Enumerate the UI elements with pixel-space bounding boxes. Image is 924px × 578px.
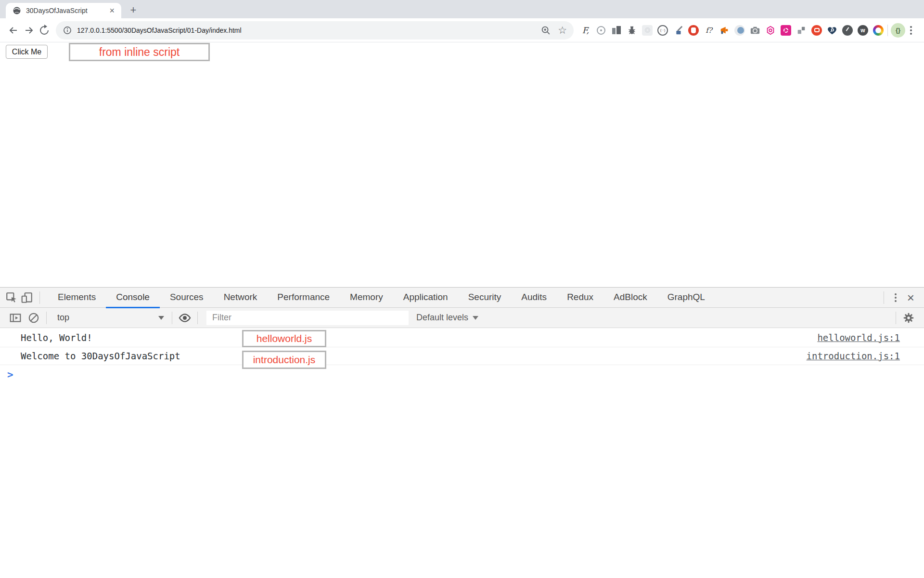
- extensions-row: F, (··) f?: [579, 24, 885, 37]
- tab-sources[interactable]: Sources: [160, 288, 214, 308]
- introduction-annotation-box: introduction.js: [242, 351, 326, 369]
- devtools-tabbar-right: ×: [879, 290, 919, 305]
- tab-elements[interactable]: Elements: [48, 288, 106, 308]
- tab-performance[interactable]: Performance: [267, 288, 340, 308]
- address-bar[interactable]: 127.0.0.1:5500/30DaysOfJavaScript/01-Day…: [56, 21, 574, 39]
- inspect-element-icon[interactable]: [4, 290, 19, 305]
- page-content: Click Me from inline script: [0, 43, 924, 287]
- font-heart-extension-icon[interactable]: [826, 24, 838, 37]
- code-parens-extension-icon[interactable]: (··): [656, 24, 669, 37]
- devtools-tab-bar: Elements Console Sources Network Perform…: [0, 288, 924, 308]
- settings-gear-icon[interactable]: [901, 310, 916, 326]
- reload-icon[interactable]: [37, 23, 52, 38]
- bookmark-star-icon[interactable]: ☆: [558, 25, 567, 35]
- tab-redux[interactable]: Redux: [557, 288, 603, 308]
- tab-adblock[interactable]: AdBlock: [603, 288, 657, 308]
- megaphone-extension-icon[interactable]: [718, 24, 731, 37]
- tab-network[interactable]: Network: [214, 288, 268, 308]
- console-log-row[interactable]: Hello, World! helloworld.js:1: [0, 328, 924, 347]
- url-text[interactable]: 127.0.0.1:5500/30DaysOfJavaScript/01-Day…: [77, 26, 242, 34]
- pink-settings-extension-icon[interactable]: [780, 24, 792, 37]
- new-tab-button[interactable]: +: [126, 3, 141, 17]
- tab-graphql[interactable]: GraphQL: [657, 288, 715, 308]
- console-log-text: Hello, World!: [0, 332, 92, 343]
- devtools-tabs: Elements Console Sources Network Perform…: [48, 288, 715, 308]
- inline-script-box: from inline script: [69, 43, 210, 61]
- log-level-value: Default levels: [416, 313, 468, 323]
- console-prompt-row[interactable]: >: [0, 365, 924, 384]
- fontface-ninja-extension-icon[interactable]: F,: [579, 24, 592, 37]
- adblock-hand-extension-icon[interactable]: [687, 24, 700, 37]
- filter-input[interactable]: [206, 311, 409, 325]
- devtools-separator: [884, 291, 884, 304]
- source-link[interactable]: helloworld.js:1: [817, 332, 924, 343]
- devtools-separator: [39, 291, 40, 304]
- device-toolbar-icon[interactable]: [19, 290, 35, 305]
- onetab-extension-icon[interactable]: [810, 24, 823, 37]
- browser-tab[interactable]: 30DaysOfJavaScript ×: [6, 3, 121, 18]
- live-expression-eye-icon[interactable]: [177, 310, 192, 326]
- console-sidebar-icon[interactable]: [8, 310, 23, 326]
- devtools-panel: Elements Console Sources Network Perform…: [0, 287, 924, 578]
- blocks-extension-icon[interactable]: [795, 24, 808, 37]
- tab-strip: 30DaysOfJavaScript × +: [0, 0, 924, 18]
- devtools-separator: [172, 312, 172, 324]
- profile-avatar[interactable]: {}: [891, 23, 905, 38]
- columns-extension-icon[interactable]: [610, 24, 623, 37]
- browser-window: 30DaysOfJavaScript × + 127.0.0.1:5500/30…: [0, 0, 924, 578]
- tab-title: 30DaysOfJavaScript: [26, 7, 107, 14]
- devtools-menu-icon[interactable]: [889, 290, 902, 305]
- tab-memory[interactable]: Memory: [340, 288, 393, 308]
- clear-console-icon[interactable]: [26, 310, 41, 326]
- console-log-row[interactable]: Welcome to 30DaysOfJavaScript introducti…: [0, 347, 924, 365]
- tab-application[interactable]: Application: [393, 288, 458, 308]
- context-selector[interactable]: top: [51, 313, 167, 323]
- site-favicon-icon: [13, 6, 21, 15]
- helloworld-annotation-box: helloworld.js: [242, 330, 326, 347]
- tab-audits[interactable]: Audits: [511, 288, 557, 308]
- wappalyzer-extension-icon[interactable]: w: [857, 24, 869, 37]
- tab-close-icon[interactable]: ×: [107, 6, 116, 15]
- toolbar-separator: [887, 25, 888, 36]
- forward-icon[interactable]: [21, 23, 37, 38]
- log-level-dropdown[interactable]: Default levels: [416, 313, 478, 323]
- disabled-extension-icon[interactable]: [641, 24, 654, 37]
- context-selector-value: top: [57, 313, 69, 323]
- devtools-close-icon[interactable]: ×: [902, 291, 919, 304]
- console-toolbar: top Default levels: [0, 308, 924, 328]
- click-me-button[interactable]: Click Me: [6, 45, 48, 59]
- tab-security[interactable]: Security: [458, 288, 512, 308]
- pink-flower-extension-icon[interactable]: [764, 24, 777, 37]
- react-devtools-extension-icon[interactable]: [595, 24, 607, 37]
- zoom-icon[interactable]: [540, 25, 551, 36]
- screenshot-camera-extension-icon[interactable]: [749, 24, 761, 37]
- color-ring-extension-icon[interactable]: [872, 24, 885, 37]
- back-icon[interactable]: [6, 23, 21, 38]
- devtools-separator: [197, 312, 198, 324]
- source-link[interactable]: introduction.js:1: [807, 351, 924, 361]
- swirl-extension-icon[interactable]: [733, 24, 746, 37]
- font-question-extension-icon[interactable]: f?: [703, 24, 715, 37]
- colorzilla-extension-icon[interactable]: [672, 24, 684, 37]
- tab-console[interactable]: Console: [106, 288, 160, 308]
- bug-extension-icon[interactable]: [626, 24, 638, 37]
- devtools-separator: [896, 312, 896, 324]
- chevron-down-icon: [158, 316, 164, 320]
- gauge-extension-icon[interactable]: [841, 24, 854, 37]
- console-messages: Hello, World! helloworld.js:1 Welcome to…: [0, 328, 924, 558]
- console-prompt-chevron: >: [0, 369, 13, 381]
- chevron-down-icon: [473, 316, 478, 320]
- console-log-text: Welcome to 30DaysOfJavaScript: [0, 351, 180, 361]
- site-info-icon[interactable]: [63, 26, 72, 35]
- browser-menu-icon[interactable]: [905, 23, 917, 38]
- devtools-separator: [46, 312, 47, 324]
- browser-toolbar: 127.0.0.1:5500/30DaysOfJavaScript/01-Day…: [0, 18, 924, 42]
